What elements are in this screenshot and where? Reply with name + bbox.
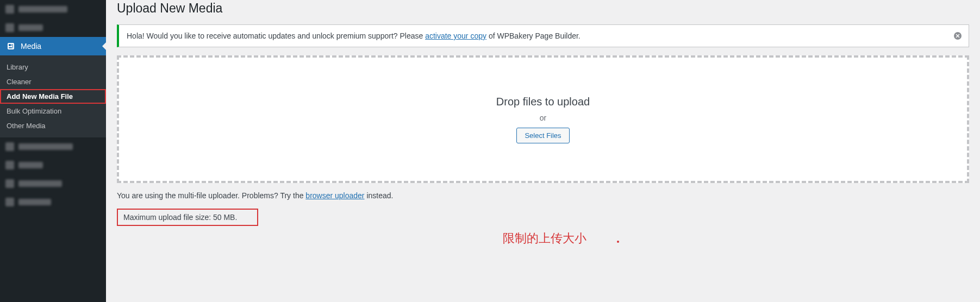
max-upload-size-box: Maximum upload file size: 50 MB. <box>117 209 258 226</box>
generic-icon <box>5 198 14 206</box>
submenu-add-new[interactable]: Add New Media File <box>0 89 106 104</box>
media-icon <box>5 41 16 52</box>
dropzone-title: Drop files to upload <box>496 96 590 108</box>
generic-icon <box>5 142 14 151</box>
max-upload-size-text: Maximum upload file size: 50 MB. <box>123 213 237 222</box>
blurred-label <box>18 143 73 150</box>
hint-before: You are using the multi-file uploader. P… <box>117 191 305 200</box>
admin-sidebar: Media Library Cleaner Add New Media File… <box>0 0 106 302</box>
main-content: Upload New Media Hola! Would you like to… <box>106 0 980 302</box>
submenu-other-media[interactable]: Other Media <box>0 118 106 133</box>
submenu-cleaner[interactable]: Cleaner <box>0 74 106 89</box>
dropzone-or: or <box>540 114 546 122</box>
sidebar-item-blurred-2[interactable] <box>0 18 106 37</box>
uploader-hint: You are using the multi-file uploader. P… <box>117 191 969 200</box>
annotation-text: 限制的上传大小 <box>503 230 586 247</box>
blurred-label <box>18 162 43 168</box>
sidebar-item-blurred-6[interactable] <box>0 193 106 211</box>
activate-copy-link[interactable]: activate your copy <box>425 32 486 40</box>
sidebar-item-blurred-1[interactable] <box>0 0 106 18</box>
upload-dropzone[interactable]: Drop files to upload or Select Files <box>117 55 969 183</box>
blurred-label <box>18 180 62 187</box>
sidebar-item-media[interactable]: Media <box>0 37 106 55</box>
annotation-dot <box>617 241 619 243</box>
notice-text-before: Hola! Would you like to receive automati… <box>127 32 425 40</box>
sidebar-item-blurred-5[interactable] <box>0 174 106 193</box>
submenu-bulk-optimization[interactable]: Bulk Optimization <box>0 104 106 118</box>
dismiss-notice-button[interactable] <box>952 30 963 41</box>
media-submenu: Library Cleaner Add New Media File Bulk … <box>0 55 106 137</box>
hint-after: instead. <box>365 191 394 200</box>
browser-uploader-link[interactable]: browser uploader <box>305 191 364 200</box>
blurred-label <box>18 6 67 12</box>
sidebar-item-blurred-4[interactable] <box>0 156 106 174</box>
blurred-label <box>18 24 43 31</box>
sidebar-item-blurred-3[interactable] <box>0 137 106 156</box>
generic-icon <box>5 5 14 14</box>
generic-icon <box>5 179 14 188</box>
page-title: Upload New Media <box>117 0 969 19</box>
select-files-button[interactable]: Select Files <box>516 128 569 143</box>
generic-icon <box>5 23 14 32</box>
generic-icon <box>5 161 14 169</box>
submenu-library[interactable]: Library <box>0 60 106 74</box>
notice-text-after: of WPBakery Page Builder. <box>486 32 580 40</box>
sidebar-media-label: Media <box>21 42 41 51</box>
close-icon <box>953 32 962 40</box>
activation-notice: Hola! Would you like to receive automati… <box>117 24 969 47</box>
blurred-label <box>18 199 51 205</box>
